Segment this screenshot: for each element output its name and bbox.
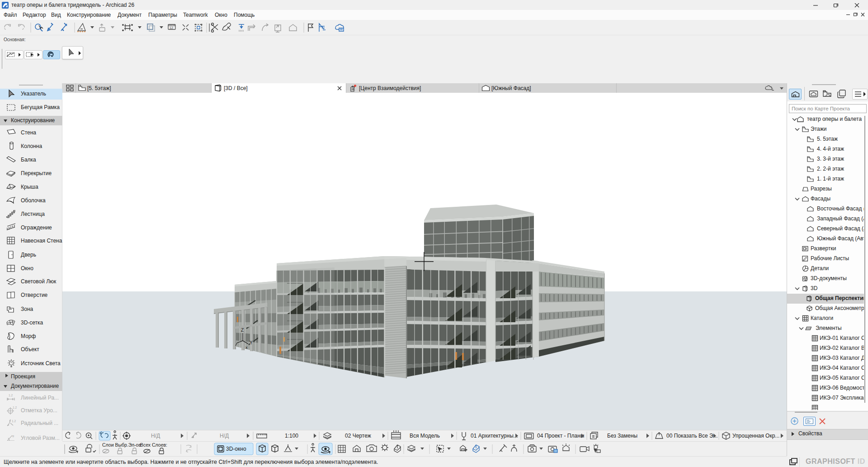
svg-text:1:100: 1:100 — [285, 433, 298, 439]
svg-text:Вся Модель: Вся Модель — [410, 433, 440, 439]
svg-text:1.2: 1.2 — [13, 406, 17, 409]
svg-text:Слои Выбр.Эл-ов: Слои Выбр.Эл-ов — [102, 442, 141, 448]
svg-text:1.2: 1.2 — [9, 394, 13, 397]
svg-text:02 Чертеж: 02 Чертеж — [345, 433, 371, 439]
svg-text:Y: Y — [250, 340, 253, 345]
svg-text:Н/Д: Н/Д — [151, 433, 160, 439]
svg-text:Без Замены: Без Замены — [607, 433, 637, 439]
svg-text:12: 12 — [170, 26, 173, 29]
svg-text:α: α — [12, 434, 14, 438]
svg-text:Н/Д: Н/Д — [220, 433, 229, 439]
svg-text:00 Показать Все Э...: 00 Показать Все Э... — [666, 433, 718, 439]
svg-text:x: x — [245, 345, 248, 350]
svg-text:Z: Z — [241, 328, 244, 333]
svg-text:1.2: 1.2 — [12, 419, 16, 423]
svg-text:01 Архитектурны...: 01 Архитектурны... — [471, 433, 518, 439]
svg-text:04 Проект - Планы: 04 Проект - Планы — [537, 433, 584, 439]
svg-text:Упрощенная Окр...: Упрощенная Окр... — [732, 433, 779, 439]
svg-text:Всех Слоев:: Всех Слоев: — [140, 442, 167, 448]
svg-text:3D-окно: 3D-окно — [226, 446, 246, 452]
